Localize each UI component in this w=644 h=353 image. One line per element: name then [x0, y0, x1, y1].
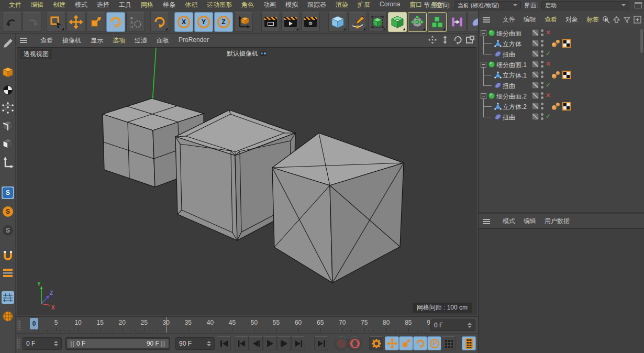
viewport-solo-hierarchy-button[interactable]: S — [2, 224, 14, 237]
viewport-menu-item-5[interactable]: 过滤 — [130, 35, 152, 46]
object-row[interactable]: 细分曲面.2✕ — [479, 91, 644, 101]
prev-frame-button[interactable] — [249, 336, 263, 350]
viewport-hamburger-icon[interactable] — [20, 38, 27, 43]
viewport-menu-item-4[interactable]: 选项 — [108, 35, 130, 46]
lock-workplane-button[interactable] — [2, 291, 14, 304]
visibility-dots-toggle[interactable] — [541, 82, 543, 89]
enabled-toggle-off[interactable]: ✕ — [546, 92, 551, 99]
layer-color-toggle[interactable] — [532, 61, 539, 68]
home-icon[interactable] — [613, 16, 620, 24]
menu-item-12[interactable]: 动画 — [259, 0, 281, 10]
object-manager-menu-item-2[interactable]: 编辑 — [519, 14, 540, 25]
menu-item-2[interactable]: 编辑 — [26, 0, 48, 10]
menu-item-10[interactable]: 运动图形 — [202, 0, 237, 10]
key-rotation-button[interactable] — [413, 336, 427, 350]
attribute-manager-hamburger-icon[interactable] — [483, 219, 490, 224]
object-row[interactable]: 扭曲✓ — [479, 49, 644, 59]
viewport-menu-item-3[interactable]: 显示 — [86, 35, 108, 46]
layout-window-icon[interactable] — [635, 2, 642, 8]
viewport-menu-item-1[interactable]: 查看 — [36, 35, 58, 46]
tree-expander-icon[interactable] — [481, 62, 486, 68]
render-picture-viewer-button[interactable] — [281, 12, 300, 32]
enabled-toggle-on[interactable]: ✓ — [546, 81, 551, 89]
tree-expander-icon[interactable] — [481, 30, 486, 36]
viewport-canvas[interactable]: Y Z X 透视视图 默认摄像机 网格间距 : 100 cm — [17, 47, 476, 315]
edges-mode-button[interactable] — [2, 119, 14, 132]
autokey-button[interactable] — [348, 336, 362, 350]
object-manager-menu-item-4[interactable]: 对象 — [561, 14, 582, 25]
search-icon[interactable] — [602, 16, 610, 24]
add-panel-icon[interactable] — [634, 16, 641, 24]
subdivision-surface-button[interactable] — [368, 12, 387, 32]
enabled-toggle-off[interactable]: ✕ — [546, 29, 551, 36]
object-row[interactable]: 扭曲✓ — [479, 112, 644, 122]
spinner-steppers[interactable] — [468, 323, 472, 328]
visibility-dots-toggle[interactable] — [541, 61, 543, 68]
nodespace-select[interactable]: 当前 (标准/物理) — [454, 1, 521, 9]
goto-start-button[interactable] — [217, 336, 231, 350]
workplane-button[interactable] — [2, 266, 14, 279]
menu-item-15[interactable]: 渲染 — [331, 0, 353, 10]
menu-item-9[interactable]: 体积 — [180, 0, 202, 10]
motion-system-button[interactable] — [462, 336, 476, 350]
prev-key-button[interactable] — [235, 336, 249, 350]
camera-label[interactable]: 默认摄像机 — [227, 49, 267, 58]
object-row[interactable]: 立方体.1 — [479, 70, 644, 80]
next-key-button[interactable] — [291, 336, 305, 350]
preview-range-slider[interactable]: || 0 F 90 F || — [65, 337, 170, 350]
dolly-view-icon[interactable] — [440, 35, 450, 45]
move-tool-button[interactable] — [66, 12, 85, 32]
ruler-grip[interactable] — [17, 320, 21, 330]
viewport-menu-item-7[interactable]: ProRender — [174, 35, 214, 46]
layer-color-toggle[interactable] — [532, 29, 539, 36]
object-manager-menu-item-5[interactable]: 标签 — [582, 14, 603, 25]
layer-color-toggle[interactable] — [532, 92, 539, 99]
key-scale-button[interactable] — [399, 336, 413, 350]
texture-tag-icon[interactable] — [562, 102, 571, 111]
lock-z-axis-button[interactable]: Z — [214, 12, 233, 32]
timeline-ruler[interactable]: 0510152025303540455055606570758085900 — [22, 317, 430, 334]
key-parameter-button[interactable]: P — [427, 336, 441, 350]
visibility-dots-toggle[interactable] — [541, 29, 543, 37]
coordinate-system-button[interactable] — [234, 12, 253, 32]
menu-item-3[interactable]: 创建 — [48, 0, 70, 10]
texture-mode-button[interactable] — [2, 84, 14, 96]
rotate-tool-button[interactable] — [106, 12, 125, 32]
key-position-button[interactable] — [385, 336, 399, 350]
menu-item-13[interactable]: 模拟 — [281, 0, 303, 10]
visibility-dots-toggle[interactable] — [541, 113, 543, 120]
pan-view-icon[interactable] — [428, 35, 437, 45]
view-label[interactable]: 透视视图 — [20, 49, 52, 59]
spline-pen-button[interactable] — [348, 12, 367, 32]
enable-axis-button[interactable] — [2, 156, 14, 169]
next-frame-button[interactable] — [277, 336, 291, 350]
points-mode-button[interactable] — [2, 102, 14, 114]
phong-tag-icon[interactable] — [552, 71, 560, 79]
menu-item-4[interactable]: 模式 — [70, 0, 92, 10]
quantize-button[interactable] — [2, 310, 14, 323]
keyframe-selection-button[interactable] — [369, 336, 383, 350]
generator-button[interactable] — [388, 12, 407, 32]
redo-button[interactable] — [23, 12, 41, 32]
menu-item-16[interactable]: 扩展 — [353, 0, 375, 10]
toggle-views-icon[interactable] — [465, 35, 475, 45]
attribute-manager-menu-item-3[interactable]: 用户数据 — [540, 216, 574, 227]
enabled-toggle-off[interactable]: ✕ — [546, 60, 551, 68]
object-manager-menu-item-1[interactable]: 文件 — [498, 14, 519, 25]
model-mode-button[interactable] — [2, 66, 14, 79]
visibility-dots-toggle[interactable] — [541, 40, 543, 47]
menu-item-17[interactable]: Corona — [375, 0, 405, 10]
object-row[interactable]: 细分曲面✕ — [479, 28, 644, 38]
menu-item-8[interactable]: 样条 — [158, 0, 180, 10]
menu-item-11[interactable]: 角色 — [237, 0, 259, 10]
tree-expander-icon[interactable] — [481, 93, 486, 99]
rotate-view-icon[interactable] — [453, 35, 462, 45]
undo-button[interactable] — [3, 12, 21, 32]
attribute-manager-menu-item-1[interactable]: 模式 — [498, 216, 519, 227]
menu-item-5[interactable]: 选择 — [92, 0, 114, 10]
texture-tag-icon[interactable] — [562, 71, 571, 79]
polygons-mode-button[interactable] — [2, 137, 14, 150]
end-frame-field[interactable]: 90 F — [175, 337, 215, 350]
array-button[interactable] — [428, 12, 447, 32]
object-manager-menu-item-3[interactable]: 查看 — [540, 14, 561, 25]
